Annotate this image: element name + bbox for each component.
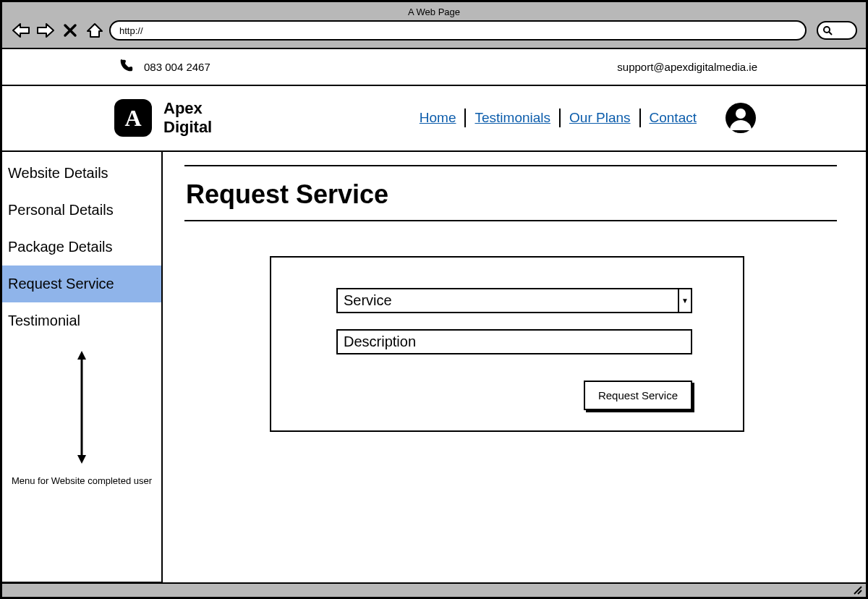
sidebar-item-personal-details[interactable]: Personal Details <box>2 192 161 229</box>
rule-bottom <box>184 220 837 221</box>
search-button[interactable] <box>817 21 857 40</box>
back-icon[interactable] <box>11 22 31 39</box>
page-title: Request Service <box>184 166 837 220</box>
nav-home[interactable]: Home <box>411 110 465 126</box>
url-bar[interactable]: http:// <box>109 20 807 41</box>
sidebar-caption: Menu for Website completed user <box>2 471 161 490</box>
forward-icon[interactable] <box>35 22 56 39</box>
svg-line-6 <box>858 590 861 594</box>
request-service-form: Service ▼ Description Request Service <box>270 256 744 432</box>
url-text: http:// <box>119 25 143 36</box>
stop-icon[interactable] <box>60 22 80 39</box>
user-avatar-icon[interactable] <box>724 101 757 135</box>
logo-icon: A <box>114 99 152 137</box>
nav-plans[interactable]: Our Plans <box>561 110 639 126</box>
phone-number: 083 004 2467 <box>144 61 210 73</box>
sidebar-item-package-details[interactable]: Package Details <box>2 229 161 265</box>
support-email: support@apexdigitalmedia.ie <box>617 61 757 73</box>
browser-title: A Web Page <box>11 7 857 17</box>
sidebar-item-website-details[interactable]: Website Details <box>2 155 161 192</box>
sidebar-item-testimonial[interactable]: Testimonial <box>2 302 161 339</box>
home-icon[interactable] <box>85 22 105 39</box>
sidebar: Website Details Personal Details Package… <box>2 152 163 583</box>
resize-grip-icon[interactable] <box>853 585 863 595</box>
svg-line-1 <box>829 32 832 35</box>
brand-name: Apex Digital <box>163 99 212 137</box>
main-content: Request Service Service ▼ Description Re… <box>163 152 866 583</box>
header: A Apex Digital Home Testimonials Our Pla… <box>2 86 866 152</box>
service-select[interactable]: Service ▼ <box>336 288 692 313</box>
request-service-button[interactable]: Request Service <box>584 381 692 410</box>
info-bar: 083 004 2467 support@apexdigitalmedia.ie <box>2 49 866 86</box>
nav-testimonials[interactable]: Testimonials <box>466 110 559 126</box>
nav-links: Home Testimonials Our Plans Contact <box>411 109 705 127</box>
brand[interactable]: A Apex Digital <box>114 99 212 137</box>
status-bar <box>2 582 866 597</box>
svg-point-0 <box>824 27 830 33</box>
phone-icon <box>118 58 134 76</box>
vertical-double-arrow-icon <box>2 339 161 471</box>
browser-chrome: A Web Page http:// <box>2 2 866 49</box>
svg-point-3 <box>736 109 746 119</box>
sidebar-item-request-service[interactable]: Request Service <box>2 265 161 302</box>
chevron-down-icon[interactable]: ▼ <box>679 288 692 313</box>
service-select-value: Service <box>336 288 679 313</box>
description-input[interactable]: Description <box>336 329 692 354</box>
nav-contact[interactable]: Contact <box>641 110 705 126</box>
svg-line-5 <box>854 587 861 594</box>
